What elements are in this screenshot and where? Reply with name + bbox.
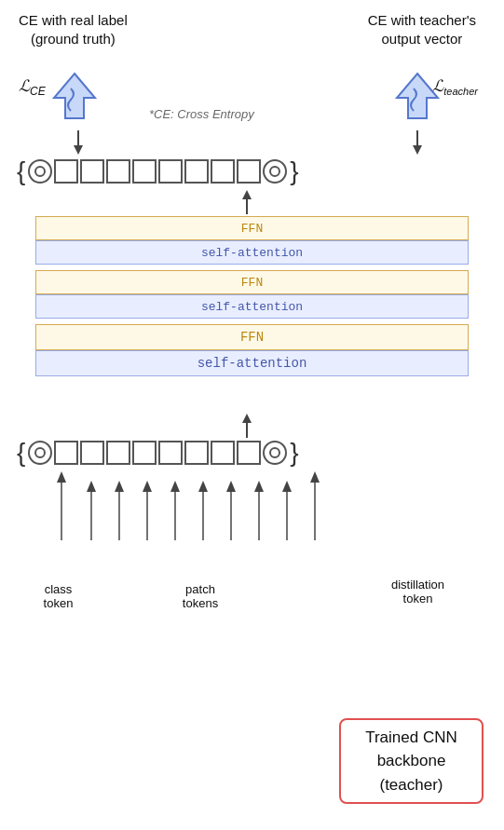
svg-marker-27 <box>282 481 292 492</box>
attn-1: self-attention <box>35 350 469 376</box>
bottom-token-row: { } <box>17 440 299 466</box>
diagram-container: CE with real label(ground truth) CE with… <box>0 0 504 830</box>
loss-ce-box <box>45 70 105 134</box>
arrow-loss-right-down <box>408 130 427 158</box>
class-token-label: classtoken <box>28 582 89 610</box>
top-label-right: CE with teacher'soutput vector <box>368 11 476 48</box>
transformer-stack: FFN self-attention FFN self-attention FF… <box>35 216 469 376</box>
patch-token-3 <box>106 441 130 465</box>
input-arrows-svg <box>17 466 492 550</box>
transformer-block-2: FFN self-attention <box>35 270 469 319</box>
svg-marker-7 <box>242 190 252 199</box>
ffn-2: FFN <box>35 270 469 294</box>
svg-marker-13 <box>87 481 96 492</box>
attn-3: self-attention <box>35 240 469 265</box>
svg-marker-19 <box>170 481 180 492</box>
ffn-1: FFN <box>35 324 469 350</box>
svg-marker-3 <box>74 145 83 155</box>
cls-token-bottom <box>28 441 52 465</box>
svg-marker-11 <box>57 471 66 483</box>
ce-note: *CE: Cross Entropy <box>149 107 254 121</box>
top-label-left: CE with real label(ground truth) <box>19 11 128 48</box>
dist-token-bottom <box>263 441 287 465</box>
svg-marker-17 <box>143 481 152 492</box>
loss-teacher-label: ℒteacher <box>432 76 478 97</box>
distillation-token-label: distillationtoken <box>383 578 453 605</box>
patch-token-1 <box>54 441 78 465</box>
patch-token-8 <box>237 441 261 465</box>
transformer-block-3: FFN self-attention <box>35 216 469 265</box>
patch-token-7 <box>211 441 235 465</box>
cnn-label: Trained CNNbackbone(teacher) <box>365 726 457 797</box>
svg-marker-15 <box>115 481 124 492</box>
svg-marker-23 <box>226 481 236 492</box>
svg-marker-25 <box>254 481 264 492</box>
patch-token-5 <box>158 441 183 465</box>
svg-marker-5 <box>413 145 422 155</box>
svg-marker-29 <box>310 471 320 483</box>
patch-token-6 <box>184 441 209 465</box>
svg-marker-21 <box>198 481 208 492</box>
arrow-stack-to-top-tokens <box>238 186 256 216</box>
ffn-3: FFN <box>35 216 469 240</box>
patch-token-2 <box>80 441 104 465</box>
cls-token-top <box>28 159 52 184</box>
dist-token-top <box>263 159 287 184</box>
attn-2: self-attention <box>35 294 469 319</box>
patch-tokens-label: patchtokens <box>163 582 238 610</box>
arrow-loss-left-down <box>69 130 88 158</box>
svg-marker-0 <box>54 74 95 118</box>
top-token-row: { } <box>17 158 299 184</box>
transformer-block-1: FFN self-attention <box>35 324 469 376</box>
loss-ce-label: ℒCE <box>19 76 46 98</box>
svg-marker-9 <box>242 414 252 423</box>
arrow-bottom-tokens-to-stack <box>238 410 256 440</box>
cnn-box: Trained CNNbackbone(teacher) <box>339 718 484 804</box>
patch-token-4 <box>132 441 157 465</box>
